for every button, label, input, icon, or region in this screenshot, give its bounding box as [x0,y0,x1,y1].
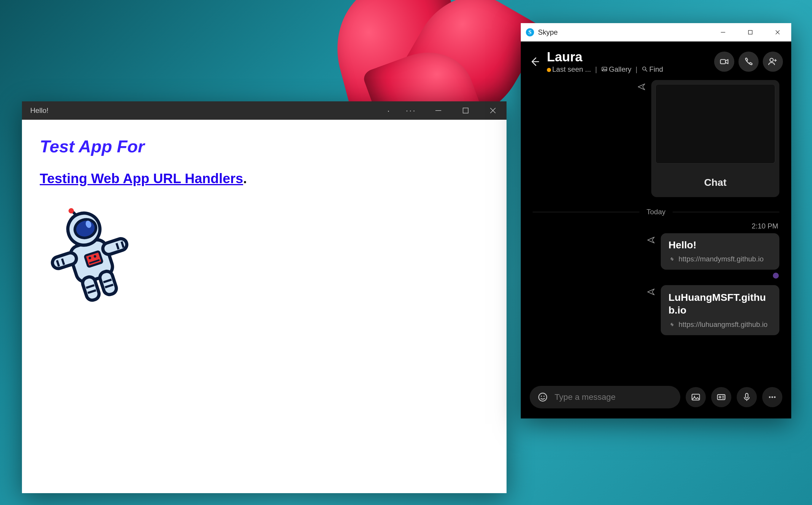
hello-heading: Test App For [40,136,489,156]
sent-indicator-icon [647,235,655,270]
astronaut-image [40,204,489,312]
emoji-button[interactable] [537,392,548,402]
message-title: LuHuangMSFT.github.io [668,291,772,316]
message-input[interactable] [555,392,673,402]
svg-rect-15 [99,270,118,296]
person-add-icon [768,56,778,67]
svg-point-54 [774,396,776,398]
maximize-icon [747,29,754,35]
message-url[interactable]: https://luhuangmsft.github.io [679,320,768,329]
attach-image-button[interactable] [686,387,706,407]
contact-card-icon [716,392,726,402]
hello-period: . [243,171,247,186]
back-button[interactable] [528,55,541,68]
audio-call-button[interactable] [738,51,759,72]
sent-indicator-icon [637,82,646,197]
hello-window-title: Hello! [30,107,48,115]
link-icon [668,321,676,328]
day-divider: Today [533,208,779,216]
link-icon [668,256,676,263]
search-icon [642,66,648,72]
svg-point-43 [544,396,545,397]
skype-logo-icon: S [526,28,534,37]
gallery-icon [601,66,608,72]
read-receipt-avatar [772,272,779,279]
svg-point-41 [539,393,547,401]
presence-away-icon [547,68,551,72]
sent-indicator-icon [647,288,655,335]
svg-point-35 [643,67,646,70]
close-icon [489,107,497,115]
svg-rect-44 [692,394,700,400]
minimize-icon [434,107,442,115]
message-row-2: LuHuangMSFT.github.io https://luhuangmsf… [533,285,779,335]
smiley-icon [537,392,548,402]
contact-name: Laura [547,50,708,64]
link-preview-thumbnail [655,84,775,164]
skype-body: Laura Last seen ... | Gallery | Find [521,41,791,418]
video-call-button[interactable] [714,51,734,72]
day-label: Today [647,208,666,216]
skype-window: S Skype Laura Last seen ... | [521,23,791,418]
skype-app-title: Skype [538,28,558,36]
svg-point-52 [769,396,771,398]
composer-input-area[interactable] [530,386,680,408]
message-composer [521,379,791,418]
chat-area[interactable]: Chat Today 2:10 PM Hello! [521,80,791,379]
last-seen-text: Last seen ... [552,65,591,73]
arrow-left-icon [529,56,540,67]
microphone-icon [742,392,752,402]
hello-content: Test App For Testing Web App URL Handler… [22,120,507,329]
hello-titlebar-dot: · [380,106,397,116]
voice-message-button[interactable] [737,387,757,407]
link-preview-card[interactable]: Chat [651,80,779,197]
contact-subtitle: Last seen ... | Gallery | Find [547,65,708,73]
skype-titlebar: S Skype [521,23,791,41]
skype-conversation-header: Laura Last seen ... | Gallery | Find [521,41,791,80]
close-icon [774,29,781,35]
maximize-icon [462,107,469,115]
find-link[interactable]: Find [642,65,663,73]
message-url[interactable]: https://mandymsft.github.io [679,255,764,263]
minimize-icon [720,29,726,35]
hello-titlebar: Hello! · ··· [22,101,507,120]
svg-rect-1 [463,108,468,113]
more-options-button[interactable] [762,387,782,407]
hello-more-button[interactable]: ··· [397,106,425,115]
svg-point-38 [770,58,773,62]
svg-rect-50 [746,393,748,398]
message-timestamp: 2:10 PM [533,222,779,230]
message-row-1: Hello! https://mandymsft.github.io [533,233,779,270]
hello-app-window: Hello! · ··· Test App For Testing Web Ap… [22,101,507,493]
message-bubble[interactable]: LuHuangMSFT.github.io https://luhuangmsf… [661,285,779,335]
hello-subheading: Testing Web App URL Handlers. [40,170,489,186]
svg-point-47 [719,396,721,398]
message-title: Hello! [668,239,772,251]
svg-point-53 [771,396,773,398]
previous-link-card-row: Chat [533,80,779,197]
skype-minimize-button[interactable] [709,23,737,41]
video-icon [719,56,729,67]
skype-close-button[interactable] [764,23,791,41]
more-horizontal-icon [767,392,777,402]
hello-close-button[interactable] [479,101,507,120]
skype-maximize-button[interactable] [737,23,764,41]
svg-rect-30 [749,30,753,34]
add-person-button[interactable] [763,51,783,72]
svg-rect-37 [720,59,725,64]
hello-maximize-button[interactable] [452,101,479,120]
svg-point-42 [541,396,542,397]
svg-point-45 [694,396,695,397]
image-icon [691,392,701,402]
contact-card-button[interactable] [711,387,731,407]
hello-url-handlers-link[interactable]: Testing Web App URL Handlers [40,171,243,186]
svg-text:S: S [529,29,531,35]
hello-minimize-button[interactable] [425,101,452,120]
message-bubble[interactable]: Hello! https://mandymsft.github.io [661,233,779,270]
phone-icon [743,56,754,67]
gallery-link[interactable]: Gallery [601,65,632,73]
svg-line-36 [646,70,647,72]
link-card-chat-button[interactable]: Chat [651,168,779,197]
